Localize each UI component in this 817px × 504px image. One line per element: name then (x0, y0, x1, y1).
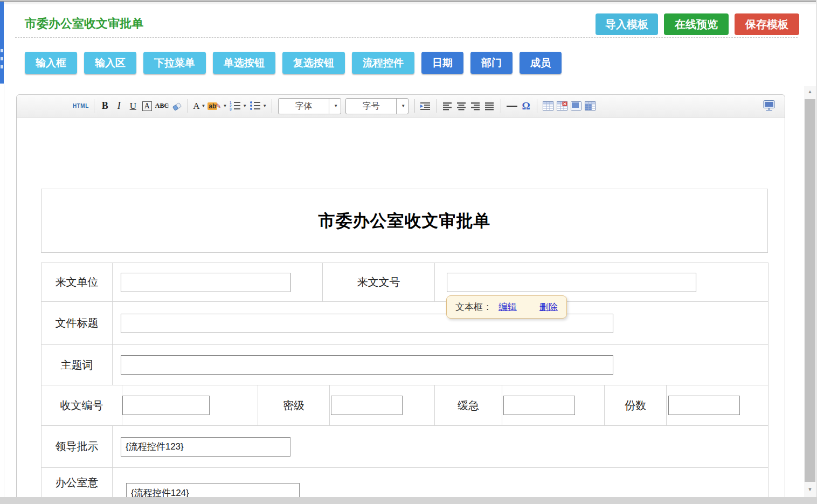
save-template-button[interactable]: 保存模板 (735, 13, 799, 35)
table-row: 来文单位 来文文号 (41, 263, 768, 302)
chevron-down-icon: ▼ (262, 103, 267, 108)
indent-button[interactable] (420, 99, 432, 113)
unordered-list-icon (249, 101, 261, 111)
field-label-secrecy-level: 密级 (258, 385, 330, 426)
subject-word-input[interactable] (121, 355, 613, 375)
widget-radio-button[interactable]: 单选按钮 (213, 52, 275, 74)
remove-format-button[interactable] (171, 99, 183, 113)
form-table-row1: 来文单位 来文文号 (41, 263, 768, 302)
align-justify-button[interactable] (484, 99, 496, 113)
italic-button[interactable]: I (113, 99, 125, 113)
ordered-list-button[interactable]: 123 ▼ (229, 99, 247, 113)
align-center-button[interactable] (456, 99, 468, 113)
import-template-button[interactable]: 导入模板 (596, 13, 658, 35)
tooltip-label: 文本框： (455, 301, 492, 313)
table-delete-icon (557, 101, 567, 111)
strikethrough-icon: ABC (155, 102, 169, 110)
align-left-button[interactable] (442, 99, 454, 113)
form-table-row4: 收文编号 密级 缓急 份数 (41, 385, 768, 426)
underline-icon: U (130, 101, 136, 112)
receipt-number-input[interactable] (122, 396, 210, 415)
field-cell (113, 263, 323, 302)
field-cell (113, 345, 768, 385)
leader-comment-flow-control[interactable] (121, 437, 290, 457)
secrecy-level-input[interactable] (331, 396, 403, 415)
field-label-incoming-doc-number: 来文文号 (323, 263, 435, 302)
font-size-select[interactable]: 字号 ▼ (345, 98, 408, 114)
omega-icon: Ω (522, 100, 530, 112)
scrollbar-thumb[interactable] (805, 99, 815, 482)
incoming-doc-number-input[interactable] (447, 273, 696, 292)
window-left-edge (4, 84, 4, 497)
field-label-incoming-unit: 来文单位 (41, 263, 113, 302)
urgency-input[interactable] (503, 396, 575, 415)
widget-input-box-button[interactable]: 输入框 (25, 52, 77, 74)
editor-content-area[interactable]: 市委办公室收文审批单 来文单位 来文文号 (17, 118, 785, 503)
widget-department-button[interactable]: 部门 (470, 52, 513, 74)
online-preview-button[interactable]: 在线预览 (664, 13, 729, 35)
app-window: 市委办公室收文审批单 导入模板 在线预览 保存模板 输入框 输入区 下拉菜单 单… (0, 0, 817, 504)
font-family-dropdown-button[interactable]: ▼ (329, 99, 341, 114)
header-action-buttons: 导入模板 在线预览 保存模板 (596, 13, 799, 35)
widget-date-button[interactable]: 日期 (421, 52, 463, 74)
tooltip-edit-link[interactable]: 编辑 (498, 301, 517, 313)
html-source-button[interactable]: HTML (73, 99, 89, 113)
toolbar-separator (414, 99, 415, 113)
form-table-row5: 领导批示 (41, 425, 768, 468)
font-size-dropdown-button[interactable]: ▼ (396, 99, 408, 114)
scrollbar-up-arrow-icon[interactable]: ▲ (804, 87, 816, 96)
unordered-list-button[interactable]: ▼ (249, 99, 267, 113)
strikethrough-button[interactable]: ABC (155, 99, 169, 113)
toolbar-separator (188, 99, 188, 113)
font-color-button[interactable]: A▼ (193, 99, 205, 113)
bold-icon: B (102, 100, 108, 112)
widget-member-button[interactable]: 成员 (520, 52, 562, 74)
form-document: 市委办公室收文审批单 来文单位 来文文号 (41, 189, 768, 503)
page-title: 市委办公室收文审批单 (25, 16, 143, 32)
scrollbar-down-arrow-icon[interactable]: ▼ (804, 485, 816, 494)
table-properties-button[interactable] (584, 99, 596, 113)
horizontal-rule-button[interactable] (506, 99, 518, 113)
toolbar-separator (272, 99, 272, 113)
align-justify-icon (485, 102, 495, 111)
copies-input[interactable] (668, 396, 740, 415)
chevron-down-icon: ▼ (243, 103, 247, 108)
align-right-icon (471, 102, 481, 111)
font-family-select[interactable]: 字体 ▼ (278, 98, 341, 114)
widget-flow-control-button[interactable]: 流程控件 (352, 52, 414, 74)
ordered-list-icon: 123 (229, 101, 241, 111)
special-char-button[interactable]: Ω (520, 99, 532, 113)
editor-toolbar: HTML B I U A ABC A▼ ab✎▼ 123 ▼ ▼ 字体 (17, 95, 785, 118)
align-left-icon (443, 102, 453, 111)
tooltip-delete-link[interactable]: 删除 (539, 301, 558, 313)
incoming-unit-input[interactable] (121, 273, 290, 292)
font-color-icon: A (193, 101, 199, 112)
title-divider (15, 37, 798, 38)
field-cell (667, 385, 768, 426)
widget-textarea-button[interactable]: 输入区 (84, 52, 136, 74)
widget-dropdown-button[interactable]: 下拉菜单 (143, 52, 206, 74)
align-center-icon (457, 102, 467, 111)
char-border-icon: A (142, 101, 152, 111)
field-cell (113, 426, 768, 468)
widget-checkbox-button[interactable]: 复选按钮 (282, 52, 345, 74)
underline-button[interactable]: U (127, 99, 139, 113)
insert-table-button[interactable] (542, 99, 554, 113)
rich-text-editor: HTML B I U A ABC A▼ ab✎▼ 123 ▼ ▼ 字体 (16, 94, 785, 504)
char-border-button[interactable]: A (141, 99, 153, 113)
bold-button[interactable]: B (99, 99, 111, 113)
cell-properties-button[interactable] (570, 99, 582, 113)
field-cell (122, 385, 258, 426)
table-fill-icon (585, 101, 596, 111)
delete-table-button[interactable] (556, 99, 568, 113)
chevron-down-icon: ▼ (334, 103, 338, 108)
table-row: 主题词 (41, 345, 768, 385)
field-cell (502, 385, 605, 426)
align-right-button[interactable] (470, 99, 482, 113)
fullscreen-button[interactable] (762, 99, 776, 113)
toolbar-separator (94, 99, 94, 113)
highlight-color-button[interactable]: ab✎▼ (207, 99, 227, 113)
window-bottom-edge (0, 497, 817, 504)
table-row: 领导批示 (41, 426, 768, 468)
vertical-scrollbar[interactable]: ▲ ▼ (804, 86, 816, 497)
